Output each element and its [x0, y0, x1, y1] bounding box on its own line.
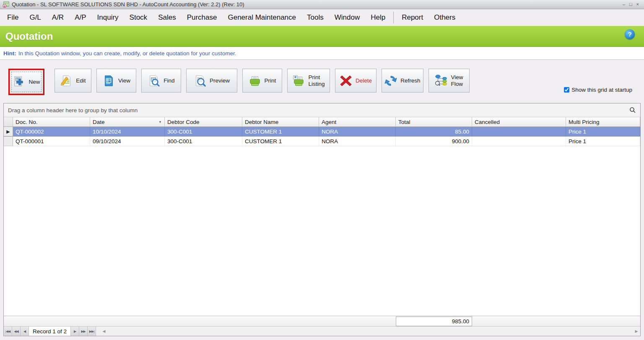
cell-date[interactable]: 10/10/2024 [90, 127, 165, 137]
column-header-multi-pricing[interactable]: Multi Pricing [566, 117, 640, 127]
show-grid-startup-checkbox[interactable]: Show this grid at startup [564, 87, 632, 93]
hscroll-left-arrow[interactable]: ◀ [100, 327, 108, 336]
row-selected-marker: ▶ [4, 127, 13, 137]
new-button-label: New [29, 79, 40, 85]
hint-text: In this Quotation window, you can create… [18, 50, 236, 57]
preview-button[interactable]: Preview [186, 69, 237, 93]
group-by-hint: Drag a column header here to group by th… [8, 107, 629, 113]
help-icon[interactable]: ? [625, 29, 635, 39]
column-header-total[interactable]: Total [396, 117, 472, 127]
new-button-highlight-frame: New [8, 69, 44, 95]
cell-debtor-name[interactable]: CUSTOMER 1 [242, 127, 319, 137]
menu-stock[interactable]: Stock [124, 11, 153, 24]
nav-first-button[interactable]: |◀◀ [4, 327, 12, 336]
cell-multi-pricing[interactable]: Price 1 [566, 137, 640, 146]
hscroll-right-arrow[interactable]: ▶ [633, 327, 640, 336]
menu-bar: File G/L A/R A/P Inquiry Stock Sales Pur… [0, 9, 644, 26]
delete-button[interactable]: Delete [335, 69, 377, 93]
view-icon [102, 75, 115, 87]
nav-prev-button[interactable]: ◀ [21, 327, 29, 336]
cell-cancelled[interactable] [472, 127, 566, 137]
menu-sales[interactable]: Sales [153, 11, 182, 24]
print-button[interactable]: Print [242, 69, 282, 93]
new-icon [13, 76, 26, 88]
show-grid-startup-checkbox-input[interactable] [564, 87, 569, 93]
minimize-button[interactable]: – [623, 2, 625, 7]
hint-bar: Hint: In this Quotation window, you can … [0, 47, 644, 60]
new-button[interactable]: New [10, 70, 43, 94]
footer-total-sum: 985.00 [396, 317, 472, 326]
edit-button[interactable]: Edit [55, 69, 91, 93]
nav-last-button[interactable]: ▶▶| [88, 327, 96, 336]
cell-debtor-code[interactable]: 300-C001 [165, 137, 242, 146]
nav-next-button[interactable]: ▶ [71, 327, 79, 336]
view-button[interactable]: View [96, 69, 136, 93]
menu-window[interactable]: Window [329, 11, 365, 24]
find-icon [148, 75, 160, 87]
table-row-qt-000002[interactable]: ▶ QT-000002 10/10/2024 300-C001 CUSTOMER… [4, 127, 640, 137]
page-title: Quotation [0, 31, 53, 42]
menu-general-maintenance[interactable]: General Maintenance [222, 11, 301, 24]
column-header-doc-no[interactable]: Doc. No. [13, 117, 90, 127]
column-header-agent[interactable]: Agent [319, 117, 396, 127]
refresh-icon [384, 75, 397, 87]
grid-footer-row: 985.00 [4, 316, 640, 326]
find-button[interactable]: Find [141, 69, 181, 93]
hint-label: Hint: [3, 50, 16, 57]
column-header-date[interactable]: Date ▼ [90, 117, 165, 127]
cell-agent[interactable]: NORA [319, 137, 396, 146]
column-header-date-label: Date [93, 119, 105, 125]
menu-tools[interactable]: Tools [301, 11, 329, 24]
title-bar: a Quotation - SL SOFTWARE SOLUTIONS SDN … [0, 0, 644, 9]
print-icon [249, 75, 261, 87]
nav-prev-page-button[interactable]: ◀◀ [12, 327, 21, 336]
hscroll-track[interactable] [108, 327, 633, 336]
refresh-button[interactable]: Refresh [382, 69, 423, 93]
cell-total[interactable]: 900.00 [396, 137, 472, 146]
print-listing-button[interactable]: R Print Listing [287, 69, 330, 93]
search-icon[interactable] [629, 107, 636, 113]
cell-doc-no[interactable]: QT-000002 [13, 127, 90, 137]
menu-ap[interactable]: A/P [69, 11, 91, 24]
view-button-label: View [118, 77, 130, 84]
cell-debtor-code[interactable]: 300-C001 [165, 127, 242, 137]
cell-agent[interactable]: NORA [319, 127, 396, 137]
menu-report[interactable]: Report [396, 11, 428, 24]
restore-button[interactable]: □ [629, 2, 632, 7]
column-header-cancelled[interactable]: Cancelled [472, 117, 566, 127]
nav-next-page-button[interactable]: ▶▶ [79, 327, 88, 336]
cell-date[interactable]: 09/10/2024 [90, 137, 165, 146]
column-header-debtor-name[interactable]: Debtor Name [242, 117, 319, 127]
grid-empty-area [4, 146, 640, 316]
menu-file[interactable]: File [2, 11, 24, 24]
menu-others[interactable]: Others [428, 11, 461, 24]
cell-multi-pricing[interactable]: Price 1 [566, 127, 640, 137]
sort-descending-icon: ▼ [158, 120, 162, 124]
grid-header-row: Doc. No. Date ▼ Debtor Code Debtor Name … [4, 117, 640, 127]
delete-button-label: Delete [356, 77, 372, 84]
row-indicator-cell [4, 137, 13, 146]
refresh-button-label: Refresh [400, 77, 420, 84]
svg-text:a: a [4, 5, 5, 8]
group-by-area[interactable]: Drag a column header here to group by th… [4, 103, 640, 117]
app-icon: a [3, 1, 9, 8]
menu-purchase[interactable]: Purchase [182, 11, 223, 24]
menu-ar[interactable]: A/R [47, 11, 69, 24]
menu-inquiry[interactable]: Inquiry [92, 11, 124, 24]
view-flow-button-label: View Flow [451, 74, 463, 87]
toolbar: New Edit View [0, 60, 644, 103]
table-row-qt-000001[interactable]: QT-000001 09/10/2024 300-C001 CUSTOMER 1… [4, 137, 640, 146]
cell-total[interactable]: 85.00 [396, 127, 472, 137]
view-flow-button[interactable]: View Flow [428, 69, 470, 93]
show-grid-startup-label: Show this grid at startup [571, 87, 632, 93]
edit-icon [60, 75, 73, 87]
column-header-debtor-code[interactable]: Debtor Code [165, 117, 242, 127]
close-button[interactable]: × [636, 2, 639, 7]
menu-gl[interactable]: G/L [24, 11, 46, 24]
menu-help[interactable]: Help [365, 11, 391, 24]
record-status: Record 1 of 2 [29, 327, 71, 336]
cell-debtor-name[interactable]: CUSTOMER 1 [242, 137, 319, 146]
svg-text:R: R [295, 76, 297, 79]
cell-doc-no[interactable]: QT-000001 [13, 137, 90, 146]
cell-cancelled[interactable] [472, 137, 566, 146]
